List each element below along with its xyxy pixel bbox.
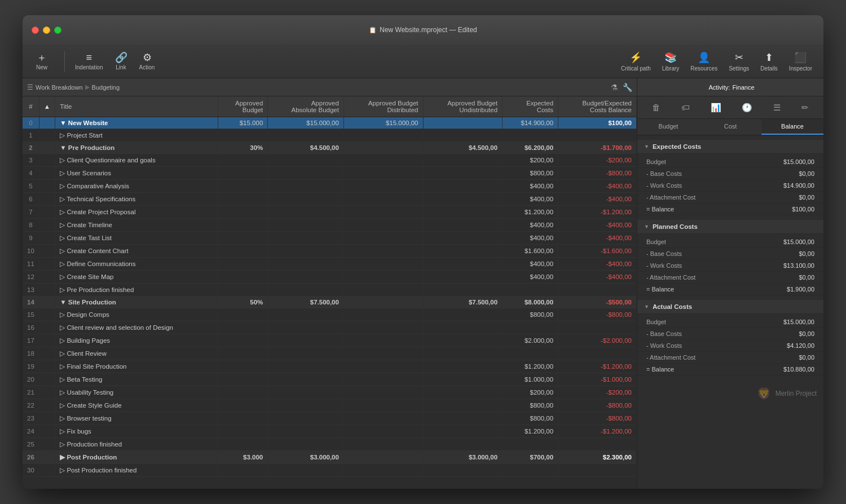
cost-row-label: Budget	[646, 158, 666, 165]
table-row[interactable]: 0 ▼ New Website $15.000 $15.000,00 $15.0…	[23, 117, 637, 129]
table-row[interactable]: 14 ▼ Site Production 50% $7.500,00 $7.50…	[23, 297, 637, 308]
table-row[interactable]: 13 ▷ Pre Production finished	[23, 284, 637, 297]
details-button[interactable]: ⬆ Details	[756, 49, 782, 74]
row-title: ▷ Define Communications	[55, 258, 218, 271]
project-table: # ▲ Title ApprovedBudget ApprovedAbsolut…	[23, 96, 637, 477]
minimize-button[interactable]	[43, 26, 50, 34]
row-approved-dist	[343, 219, 423, 232]
wrench-icon[interactable]: 🔧	[623, 83, 632, 92]
table-row[interactable]: 7 ▷ Create Project Proposal $1.200,00 -$…	[23, 206, 637, 219]
table-row[interactable]: 8 ▷ Create Timeline $400,00 -$400,00	[23, 219, 637, 232]
main-window: 📋 New Website.mproject — Edited ＋ New ≡ …	[23, 15, 823, 489]
table-row[interactable]: 22 ▷ Create Style Guide $800,00 -$800,00	[23, 399, 637, 412]
table-row[interactable]: 18 ▷ Client Review	[23, 347, 637, 360]
resources-button[interactable]: 👤 Resources	[686, 49, 722, 74]
row-approved-dist	[343, 399, 423, 412]
row-approved-abs	[268, 386, 344, 399]
filter-icon[interactable]: ⚗	[611, 83, 618, 92]
table-row[interactable]: 5 ▷ Comparative Analysis $400,00 -$400,0…	[23, 180, 637, 193]
tab-cost[interactable]: Cost	[699, 119, 761, 135]
table-row[interactable]: 30 ▷ Post Production finished	[23, 464, 637, 477]
cost-section-header[interactable]: ▼ Expected Costs	[637, 140, 823, 154]
row-title: ▷ Create Timeline	[55, 219, 218, 232]
row-approved-undist	[423, 321, 503, 334]
expand-icon: ▼	[644, 144, 649, 149]
col-approved-undist: Approved BudgetUndistributed	[423, 96, 503, 117]
row-approved-abs	[268, 412, 344, 425]
library-button[interactable]: 📚 Library	[658, 49, 684, 74]
table-row[interactable]: 16 ▷ Client review and selection of Desi…	[23, 321, 637, 334]
breadcrumb-item2[interactable]: Budgeting	[92, 84, 120, 91]
row-approved-dist	[343, 258, 423, 271]
table-row[interactable]: 4 ▷ User Scenarios $800,00 -$800,00	[23, 167, 637, 180]
row-approved-dist	[343, 334, 423, 347]
table-row[interactable]: 6 ▷ Technical Specifications $400,00 -$4…	[23, 193, 637, 206]
cost-section-header[interactable]: ▼ Actual Costs	[637, 300, 823, 314]
critical-path-button[interactable]: ⚡ Critical path	[616, 49, 655, 74]
row-approved-undist	[423, 117, 503, 129]
row-approved-abs	[268, 258, 344, 271]
merlin-text: Merlin Project	[775, 390, 817, 397]
table-row[interactable]: 2 ▼ Pre Production 30% $4.500,00 $4.500,…	[23, 142, 637, 154]
row-title: ▼ Pre Production	[55, 142, 218, 154]
table-row[interactable]: 11 ▷ Define Communications $400,00 -$400…	[23, 258, 637, 271]
insp-list-icon[interactable]: ☰	[770, 100, 784, 115]
insp-chart-icon[interactable]: 📊	[707, 100, 725, 115]
table-container[interactable]: # ▲ Title ApprovedBudget ApprovedAbsolut…	[23, 96, 637, 489]
section-title: Actual Costs	[653, 303, 692, 310]
insp-trash-icon[interactable]: 🗑	[649, 100, 664, 114]
tab-balance[interactable]: Balance	[761, 119, 823, 135]
table-row[interactable]: 9 ▷ Create Tast List $400,00 -$400,00	[23, 232, 637, 245]
table-row[interactable]: 15 ▷ Design Comps $800,00 -$800,00	[23, 308, 637, 321]
table-row[interactable]: 3 ▷ Client Questionnaire and goals $200,…	[23, 154, 637, 167]
cost-row: - Work Costs $4.120,00	[637, 340, 823, 352]
settings-button[interactable]: ✂ Settings	[724, 49, 754, 74]
cost-row: - Base Costs $0,00	[637, 248, 823, 260]
indentation-button[interactable]: ≡ Indentation	[70, 50, 108, 73]
table-row[interactable]: 26 ▶ Post Production $3.000 $3.000,00 $3…	[23, 451, 637, 464]
table-row[interactable]: 10 ▷ Create Content Chart $1.600,00 -$1.…	[23, 245, 637, 258]
inspector-button[interactable]: ⬛ Inspector	[785, 49, 817, 74]
row-approved-dist: $15.000,00	[343, 117, 423, 129]
row-approved-abs: $4.500,00	[268, 142, 344, 154]
table-row[interactable]: 17 ▷ Building Pages $2.000,00 -$2.000,00	[23, 334, 637, 347]
link-button[interactable]: 🔗 Link	[109, 50, 134, 73]
col-sort[interactable]: ▲	[39, 96, 55, 117]
table-row[interactable]: 24 ▷ Fix bugs $1.200,00 -$1.200,00	[23, 425, 637, 438]
insp-edit-icon[interactable]: ✏	[798, 100, 812, 115]
row-approved-budget	[218, 399, 268, 412]
insp-clock-icon[interactable]: 🕐	[738, 100, 756, 115]
insp-tag-icon[interactable]: 🏷	[678, 100, 693, 114]
table-row[interactable]: 20 ▷ Beta Testing $1.000,00 -$1.000,00	[23, 373, 637, 386]
critical-path-icon: ⚡	[629, 51, 642, 64]
row-title: ▷ Create Style Guide	[55, 399, 218, 412]
row-approved-dist	[343, 154, 423, 167]
table-row[interactable]: 23 ▷ Browser testing $800,00 -$800,00	[23, 412, 637, 425]
tab-budget[interactable]: Budget	[637, 119, 699, 135]
table-row[interactable]: 1 ▷ Project Start	[23, 129, 637, 142]
table-row[interactable]: 21 ▷ Usability Testing $200,00 -$200,00	[23, 386, 637, 399]
new-button[interactable]: ＋ New	[29, 50, 54, 73]
row-expected-costs: $1.200,00	[503, 360, 558, 373]
table-row[interactable]: 25 ▷ Production finished	[23, 438, 637, 451]
cost-row-value: $0,00	[799, 274, 814, 281]
table-row[interactable]: 12 ▷ Create Site Map $400,00 -$400,00	[23, 271, 637, 284]
row-approved-dist	[343, 271, 423, 284]
row-approved-budget	[218, 193, 268, 206]
cost-row-value: $14.900,00	[783, 182, 814, 189]
row-num: 1	[23, 129, 39, 142]
cost-row-label: - Work Costs	[646, 342, 682, 349]
row-sort	[39, 232, 55, 245]
row-num: 19	[23, 360, 39, 373]
row-approved-dist	[343, 167, 423, 180]
row-approved-abs	[268, 464, 344, 477]
maximize-button[interactable]	[54, 26, 61, 34]
table-row[interactable]: 19 ▷ Final Site Production $1.200,00 -$1…	[23, 360, 637, 373]
cost-section-header[interactable]: ▼ Planned Costs	[637, 220, 823, 234]
col-approved-abs: ApprovedAbsolute Budget	[268, 96, 344, 117]
cost-row: - Work Costs $13.100,00	[637, 260, 823, 272]
breadcrumb-item1[interactable]: Work Breakdown	[36, 84, 83, 91]
row-approved-abs: $15.000,00	[268, 117, 344, 129]
close-button[interactable]	[32, 26, 39, 34]
action-button[interactable]: ⚙ Action	[135, 50, 160, 73]
